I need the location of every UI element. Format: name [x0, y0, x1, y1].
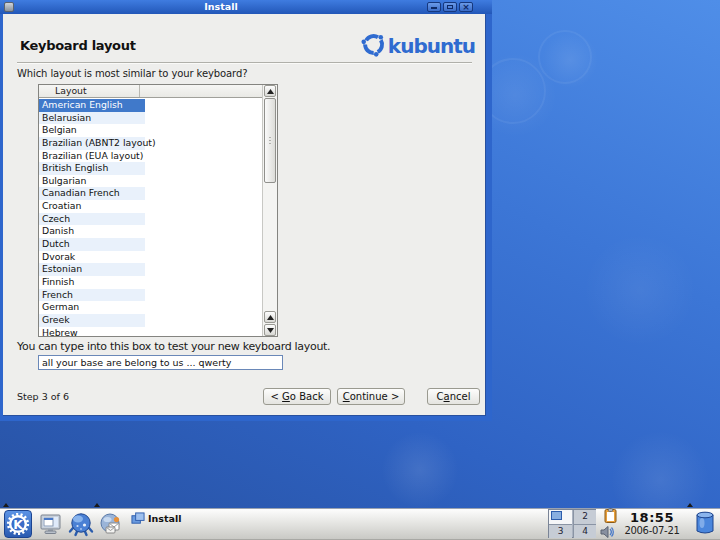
kontact-globe-mail-icon [98, 511, 124, 537]
klipper-clipboard-icon [603, 508, 618, 523]
window-body: Keyboard layout kubuntu Which layout is … [3, 14, 486, 416]
layout-row[interactable]: Belgian [39, 124, 262, 137]
layout-row[interactable]: Belarusian [39, 112, 262, 125]
layout-list-rows: American EnglishBelarusianBelgianBrazili… [39, 99, 262, 336]
kubuntu-logo: kubuntu [360, 30, 475, 60]
pager-desktop-2[interactable]: 2 [573, 510, 596, 524]
maximize-icon [447, 5, 453, 9]
cancel-button[interactable]: Cancel [427, 388, 480, 405]
go-back-button[interactable]: < Go Back [263, 388, 331, 405]
layout-row[interactable]: Danish [39, 225, 262, 238]
hidden-applet-arrow-icon [3, 503, 9, 507]
page-title: Keyboard layout [20, 38, 136, 53]
desktop-pager[interactable]: 2 3 4 [548, 509, 596, 538]
wallpaper-circle [538, 30, 592, 84]
konqueror-globe-icon [68, 511, 94, 537]
layout-row[interactable]: French [39, 289, 262, 302]
layout-row[interactable]: Hebrew [39, 327, 262, 336]
layout-listbox: Layout American EnglishBelarusianBelgian… [38, 84, 278, 337]
layout-row[interactable]: Dutch [39, 238, 262, 251]
scrollbar-thumb[interactable] [264, 98, 276, 183]
install-window: Install × Keyboard layout kubuntu [0, 0, 492, 421]
question-label: Which layout is most similar to your key… [17, 68, 247, 79]
layout-row[interactable]: German [39, 301, 262, 314]
layout-row[interactable]: Greek [39, 314, 262, 327]
kmenu-k-gear-icon: K [5, 511, 31, 537]
kubuntu-wordmark: kubuntu [388, 34, 475, 58]
layout-row[interactable]: Bulgarian [39, 175, 262, 188]
kmenu-button[interactable]: K [4, 510, 32, 538]
system-menu-icon [38, 511, 64, 537]
pager-desktop-1[interactable] [549, 510, 572, 524]
scrollbar-grip [269, 137, 271, 138]
hidden-applet-arrow-icon-3 [687, 503, 693, 507]
desktop: Install × Keyboard layout kubuntu [0, 0, 720, 540]
layout-row[interactable]: Estonian [39, 263, 262, 276]
scroll-up-icon [267, 315, 274, 320]
install-window-icon [131, 512, 145, 526]
test-box-label: You can type into this box to test your … [17, 340, 330, 353]
layout-row[interactable]: Finnish [39, 276, 262, 289]
clock-date[interactable]: 2006-07-21 [618, 525, 686, 536]
kontact-button[interactable] [98, 511, 124, 537]
list-header-layout[interactable]: Layout [39, 85, 140, 97]
pager-desktop-4[interactable]: 4 [573, 524, 596, 538]
layout-row[interactable]: Canadian French [39, 187, 262, 200]
maximize-button[interactable] [443, 2, 457, 12]
volume-button[interactable] [600, 524, 615, 540]
konqueror-button[interactable] [68, 511, 94, 537]
scroll-down-button[interactable] [264, 324, 276, 336]
list-scrollbar[interactable] [262, 85, 277, 336]
minimize-button[interactable] [427, 2, 441, 12]
layout-row[interactable]: Dvorak [39, 251, 262, 264]
heading-separator [17, 62, 472, 64]
scroll-up-icon [267, 89, 274, 94]
step-indicator: Step 3 of 6 [17, 391, 69, 402]
list-header[interactable]: Layout [39, 85, 262, 98]
minimize-icon [431, 7, 437, 9]
device-notifier-icon [693, 509, 717, 537]
scroll-up-button[interactable] [264, 85, 276, 97]
volume-speaker-icon [600, 525, 615, 539]
pager-desktop-3[interactable]: 3 [549, 524, 572, 538]
window-title: Install [0, 1, 442, 12]
hidden-applet-arrow-icon-2 [94, 503, 100, 507]
system-menu-button[interactable] [38, 511, 64, 537]
layout-row[interactable]: Croatian [39, 200, 262, 213]
close-icon: × [460, 2, 472, 13]
svg-text:K: K [13, 517, 24, 532]
layout-row[interactable]: Czech [39, 213, 262, 226]
layout-row[interactable]: American English [39, 99, 262, 112]
device-notifier-button[interactable] [693, 509, 717, 537]
scroll-up-button-2[interactable] [264, 311, 276, 323]
kubuntu-circle-of-friends-icon [360, 30, 388, 59]
clock-time[interactable]: 18:55 [622, 510, 682, 525]
close-button[interactable]: × [459, 2, 473, 12]
scroll-down-icon [267, 328, 274, 333]
layout-row[interactable]: Brazilian (ABNT2 layout) [39, 137, 262, 150]
window-titlebar[interactable]: Install × [0, 0, 492, 14]
install-task-label: Install [148, 513, 181, 524]
layout-row[interactable]: Brazilian (EUA layout) [39, 150, 262, 163]
keyboard-test-input[interactable] [38, 355, 283, 370]
continue-button[interactable]: Continue > [337, 388, 405, 405]
layout-row[interactable]: British English [39, 162, 262, 175]
pager-window-thumb [551, 511, 562, 520]
